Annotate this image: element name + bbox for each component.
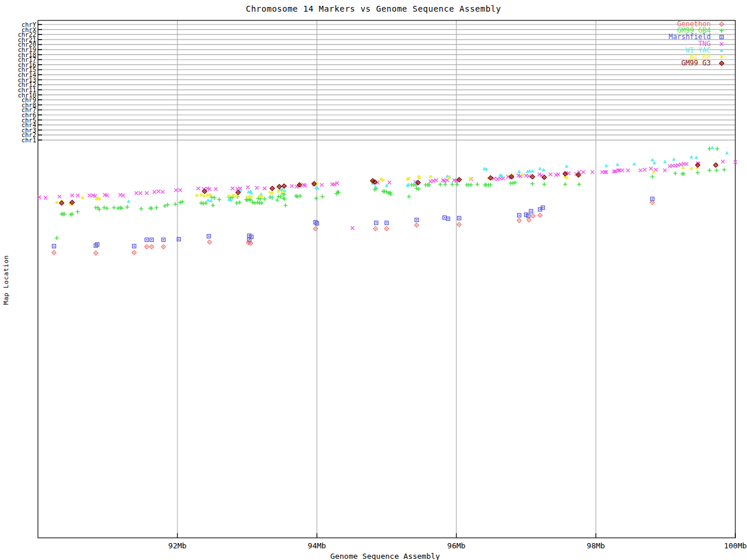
marker	[542, 175, 546, 179]
marker	[179, 188, 182, 192]
marker	[231, 187, 234, 190]
marker	[650, 175, 654, 179]
marker	[139, 191, 142, 195]
marker	[567, 172, 570, 175]
marker	[639, 169, 643, 172]
marker	[501, 177, 505, 180]
marker	[271, 191, 274, 195]
marker	[232, 194, 235, 197]
marker	[298, 194, 302, 198]
marker	[530, 174, 535, 178]
marker	[281, 190, 284, 194]
marker	[720, 29, 724, 33]
marker	[690, 155, 693, 159]
marker	[249, 190, 252, 193]
marker	[707, 169, 711, 173]
chart-title: Chromosome 14 Markers vs Genome Sequence…	[0, 4, 747, 13]
legend-item-gm99-g3: GM99 G3	[669, 60, 725, 66]
marker	[633, 162, 636, 166]
marker	[565, 176, 568, 180]
marker	[690, 167, 693, 170]
marker	[105, 206, 109, 211]
plot-border	[38, 20, 735, 538]
marker	[652, 161, 656, 164]
marker	[414, 187, 418, 191]
marker	[207, 235, 211, 238]
legend-marker-icon	[718, 60, 725, 67]
marker	[616, 163, 619, 166]
marker	[199, 201, 203, 205]
x-axis-tick-label: 92Mb	[151, 541, 204, 550]
series-marshfield	[53, 197, 654, 248]
marker	[112, 206, 116, 210]
marker	[652, 170, 655, 174]
marker	[518, 214, 521, 217]
marker	[720, 55, 724, 59]
x-axis-tick-label: 98Mb	[570, 541, 622, 550]
marker	[205, 194, 209, 197]
marker	[527, 218, 531, 222]
marker	[414, 223, 418, 227]
marker	[388, 181, 391, 184]
marker	[275, 198, 279, 202]
marker	[145, 244, 149, 249]
marker	[256, 201, 260, 205]
marker	[415, 218, 418, 222]
marker	[263, 187, 266, 190]
x-axis-tick-label: 96Mb	[430, 541, 483, 550]
marker	[720, 22, 724, 26]
marker	[88, 194, 91, 197]
marker	[351, 226, 354, 230]
marker	[145, 191, 148, 195]
x-axis-tick-label: 94Mb	[291, 541, 343, 550]
marker	[76, 210, 80, 214]
marker	[153, 190, 156, 194]
marker	[527, 174, 530, 178]
marker	[214, 187, 218, 191]
marker	[542, 168, 545, 172]
marker	[591, 170, 594, 174]
marker	[116, 206, 120, 211]
marker	[127, 200, 130, 203]
marker	[81, 196, 85, 200]
marker	[469, 177, 472, 180]
x-axis-label: Genome Sequence Assembly	[0, 552, 747, 560]
marker	[720, 36, 724, 39]
marker	[162, 244, 166, 249]
marker	[488, 183, 493, 187]
marker	[651, 158, 654, 162]
marker	[511, 181, 515, 186]
marker	[149, 244, 153, 249]
marker	[374, 185, 377, 188]
marker	[450, 183, 454, 187]
marker	[438, 183, 442, 187]
marker	[260, 195, 264, 198]
marker	[530, 169, 534, 173]
marker	[382, 178, 385, 182]
marker	[385, 221, 389, 225]
legend: GenethonGM99 GB4MarshfieldTNGWI YACWI RH…	[669, 21, 725, 66]
marker	[53, 244, 56, 248]
marker	[55, 236, 59, 240]
marker	[721, 160, 725, 163]
marker	[417, 187, 421, 191]
marker	[407, 177, 411, 180]
marker	[549, 173, 552, 176]
marker	[521, 173, 525, 177]
marker	[513, 181, 517, 185]
marker	[290, 184, 294, 188]
marker	[217, 198, 221, 202]
marker	[696, 171, 700, 175]
marker	[71, 194, 74, 197]
marker	[582, 170, 585, 174]
marker	[626, 169, 630, 172]
marker	[208, 193, 212, 197]
marker	[605, 164, 608, 167]
marker	[458, 216, 461, 220]
marker	[715, 147, 719, 151]
x-axis-tick-label: 100Mb	[709, 541, 747, 550]
marker	[475, 183, 479, 187]
marker	[207, 240, 211, 244]
marker	[457, 177, 461, 181]
marker	[407, 195, 411, 199]
